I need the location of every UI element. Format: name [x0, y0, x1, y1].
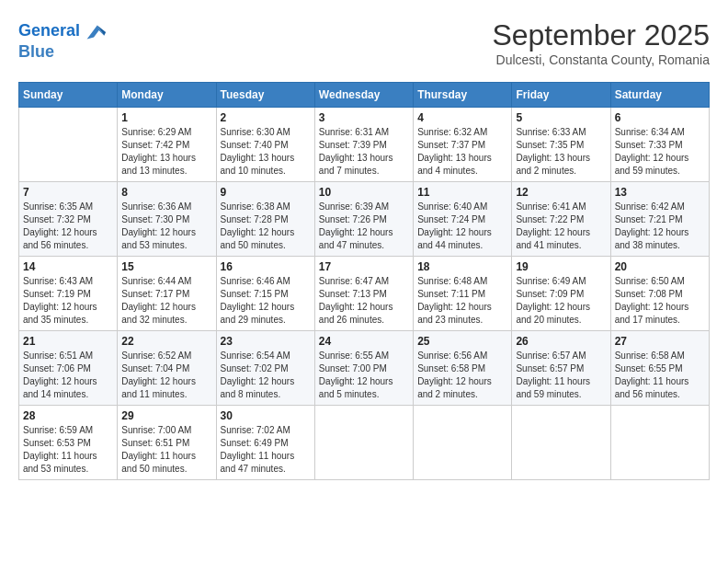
weekday-header-wednesday: Wednesday — [314, 83, 413, 108]
month-title: September 2025 — [492, 18, 710, 52]
logo: General Blue — [18, 18, 108, 62]
calendar-cell: 24Sunrise: 6:55 AM Sunset: 7:00 PM Dayli… — [314, 331, 413, 406]
day-info: Sunrise: 6:34 AM Sunset: 7:33 PM Dayligh… — [615, 126, 705, 178]
day-number: 7 — [23, 186, 113, 199]
calendar-cell: 11Sunrise: 6:40 AM Sunset: 7:24 PM Dayli… — [414, 182, 512, 257]
day-info: Sunrise: 6:56 AM Sunset: 6:58 PM Dayligh… — [417, 350, 507, 401]
weekday-header-saturday: Saturday — [610, 83, 709, 108]
calendar-cell: 3Sunrise: 6:31 AM Sunset: 7:39 PM Daylig… — [314, 108, 413, 182]
logo-text: General — [18, 22, 80, 40]
day-info: Sunrise: 6:39 AM Sunset: 7:26 PM Dayligh… — [319, 201, 409, 252]
calendar-cell: 1Sunrise: 6:29 AM Sunset: 7:42 PM Daylig… — [118, 108, 216, 182]
day-number: 28 — [23, 409, 113, 422]
day-number: 21 — [23, 335, 113, 348]
calendar-cell: 9Sunrise: 6:38 AM Sunset: 7:28 PM Daylig… — [216, 182, 314, 257]
day-number: 12 — [516, 186, 606, 199]
weekday-header-friday: Friday — [512, 83, 610, 108]
day-info: Sunrise: 6:49 AM Sunset: 7:09 PM Dayligh… — [516, 275, 606, 327]
day-number: 25 — [417, 335, 507, 348]
day-number: 27 — [615, 335, 705, 348]
day-number: 17 — [319, 260, 409, 273]
calendar-cell — [314, 406, 413, 480]
day-number: 5 — [516, 111, 606, 124]
day-number: 24 — [319, 335, 409, 348]
calendar-cell: 20Sunrise: 6:50 AM Sunset: 7:08 PM Dayli… — [610, 257, 709, 331]
weekday-header-monday: Monday — [118, 83, 216, 108]
day-number: 19 — [516, 260, 606, 273]
day-number: 4 — [417, 111, 507, 124]
day-info: Sunrise: 6:57 AM Sunset: 6:57 PM Dayligh… — [516, 350, 606, 401]
day-info: Sunrise: 6:43 AM Sunset: 7:19 PM Dayligh… — [23, 275, 113, 327]
calendar-week-1: 1Sunrise: 6:29 AM Sunset: 7:42 PM Daylig… — [19, 108, 710, 182]
calendar-cell: 4Sunrise: 6:32 AM Sunset: 7:37 PM Daylig… — [414, 108, 512, 182]
day-number: 22 — [121, 335, 211, 348]
logo-blue: Blue — [18, 42, 108, 62]
calendar-cell: 10Sunrise: 6:39 AM Sunset: 7:26 PM Dayli… — [314, 182, 413, 257]
calendar-cell: 23Sunrise: 6:54 AM Sunset: 7:02 PM Dayli… — [216, 331, 314, 406]
page-header: General Blue September 2025 Dulcesti, Co… — [18, 18, 710, 67]
calendar-cell — [19, 108, 118, 182]
calendar-cell: 14Sunrise: 6:43 AM Sunset: 7:19 PM Dayli… — [19, 257, 118, 331]
day-number: 10 — [319, 186, 409, 199]
calendar-cell: 28Sunrise: 6:59 AM Sunset: 6:53 PM Dayli… — [19, 406, 118, 480]
day-info: Sunrise: 6:44 AM Sunset: 7:17 PM Dayligh… — [121, 275, 211, 327]
svg-marker-0 — [87, 25, 105, 39]
day-info: Sunrise: 6:29 AM Sunset: 7:42 PM Dayligh… — [121, 126, 211, 178]
day-info: Sunrise: 6:36 AM Sunset: 7:30 PM Dayligh… — [121, 201, 211, 252]
day-number: 9 — [221, 186, 311, 199]
location-subtitle: Dulcesti, Constanta County, Romania — [492, 52, 710, 67]
day-number: 14 — [23, 260, 113, 273]
calendar-week-3: 14Sunrise: 6:43 AM Sunset: 7:19 PM Dayli… — [19, 257, 710, 331]
calendar-cell: 15Sunrise: 6:44 AM Sunset: 7:17 PM Dayli… — [118, 257, 216, 331]
day-number: 30 — [221, 409, 311, 422]
day-info: Sunrise: 6:59 AM Sunset: 6:53 PM Dayligh… — [23, 424, 113, 476]
calendar-cell: 8Sunrise: 6:36 AM Sunset: 7:30 PM Daylig… — [118, 182, 216, 257]
day-info: Sunrise: 6:30 AM Sunset: 7:40 PM Dayligh… — [221, 126, 311, 178]
day-info: Sunrise: 6:41 AM Sunset: 7:22 PM Dayligh… — [516, 201, 606, 252]
calendar-cell: 7Sunrise: 6:35 AM Sunset: 7:32 PM Daylig… — [19, 182, 118, 257]
calendar-cell: 30Sunrise: 7:02 AM Sunset: 6:49 PM Dayli… — [216, 406, 314, 480]
calendar-cell: 29Sunrise: 7:00 AM Sunset: 6:51 PM Dayli… — [118, 406, 216, 480]
day-info: Sunrise: 6:52 AM Sunset: 7:04 PM Dayligh… — [121, 350, 211, 401]
day-info: Sunrise: 6:55 AM Sunset: 7:00 PM Dayligh… — [319, 350, 409, 401]
weekday-header-thursday: Thursday — [414, 83, 512, 108]
calendar-week-4: 21Sunrise: 6:51 AM Sunset: 7:06 PM Dayli… — [19, 331, 710, 406]
calendar-cell: 16Sunrise: 6:46 AM Sunset: 7:15 PM Dayli… — [216, 257, 314, 331]
calendar-week-2: 7Sunrise: 6:35 AM Sunset: 7:32 PM Daylig… — [19, 182, 710, 257]
day-info: Sunrise: 6:50 AM Sunset: 7:08 PM Dayligh… — [615, 275, 705, 327]
weekday-header-sunday: Sunday — [19, 83, 118, 108]
calendar-cell — [414, 406, 512, 480]
day-info: Sunrise: 6:40 AM Sunset: 7:24 PM Dayligh… — [417, 201, 507, 252]
calendar-cell: 2Sunrise: 6:30 AM Sunset: 7:40 PM Daylig… — [216, 108, 314, 182]
calendar-week-5: 28Sunrise: 6:59 AM Sunset: 6:53 PM Dayli… — [19, 406, 710, 480]
calendar-cell: 19Sunrise: 6:49 AM Sunset: 7:09 PM Dayli… — [512, 257, 610, 331]
calendar-cell: 25Sunrise: 6:56 AM Sunset: 6:58 PM Dayli… — [414, 331, 512, 406]
day-number: 2 — [221, 111, 311, 124]
weekday-header-tuesday: Tuesday — [216, 83, 314, 108]
day-info: Sunrise: 6:42 AM Sunset: 7:21 PM Dayligh… — [615, 201, 705, 252]
day-number: 29 — [121, 409, 211, 422]
day-number: 26 — [516, 335, 606, 348]
day-number: 13 — [615, 186, 705, 199]
day-info: Sunrise: 6:47 AM Sunset: 7:13 PM Dayligh… — [319, 275, 409, 327]
calendar-table: SundayMondayTuesdayWednesdayThursdayFrid… — [18, 82, 710, 480]
day-info: Sunrise: 6:48 AM Sunset: 7:11 PM Dayligh… — [417, 275, 507, 327]
title-block: September 2025 Dulcesti, Constanta Count… — [492, 18, 710, 67]
day-number: 23 — [221, 335, 311, 348]
day-number: 11 — [417, 186, 507, 199]
day-info: Sunrise: 6:31 AM Sunset: 7:39 PM Dayligh… — [319, 126, 409, 178]
day-number: 18 — [417, 260, 507, 273]
day-info: Sunrise: 6:54 AM Sunset: 7:02 PM Dayligh… — [221, 350, 311, 401]
calendar-cell: 6Sunrise: 6:34 AM Sunset: 7:33 PM Daylig… — [610, 108, 709, 182]
calendar-cell: 27Sunrise: 6:58 AM Sunset: 6:55 PM Dayli… — [610, 331, 709, 406]
day-number: 20 — [615, 260, 705, 273]
calendar-cell: 5Sunrise: 6:33 AM Sunset: 7:35 PM Daylig… — [512, 108, 610, 182]
day-info: Sunrise: 7:02 AM Sunset: 6:49 PM Dayligh… — [221, 424, 311, 476]
day-info: Sunrise: 6:46 AM Sunset: 7:15 PM Dayligh… — [221, 275, 311, 327]
calendar-cell: 17Sunrise: 6:47 AM Sunset: 7:13 PM Dayli… — [314, 257, 413, 331]
day-number: 8 — [121, 186, 211, 199]
calendar-header-row: SundayMondayTuesdayWednesdayThursdayFrid… — [19, 83, 710, 108]
day-number: 6 — [615, 111, 705, 124]
calendar-cell — [512, 406, 610, 480]
calendar-cell — [610, 406, 709, 480]
